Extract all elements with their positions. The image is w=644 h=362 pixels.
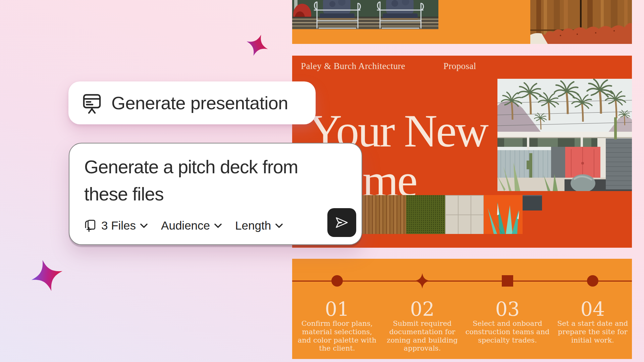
timeline-marker-square-3 bbox=[502, 275, 513, 287]
audience-dropdown[interactable]: Audience bbox=[161, 219, 222, 232]
prompt-text-line1: Generate a pitch deck from bbox=[84, 154, 298, 181]
wood-cabinet-sofa-photo bbox=[530, 0, 632, 44]
timeline-step-text: Set a start date and prepare the site fo… bbox=[550, 319, 635, 344]
files-dropdown-label: 3 Files bbox=[101, 219, 136, 232]
length-dropdown[interactable]: Length bbox=[235, 219, 283, 232]
sparkle-icon bbox=[30, 259, 64, 292]
slide-brand-text: Paley & Burch Architecture bbox=[301, 61, 405, 71]
material-swatch-agave-photo bbox=[484, 195, 523, 234]
audience-dropdown-label: Audience bbox=[161, 219, 210, 232]
slide-next-timeline: 01 02 03 04 Confirm floor plans, materia… bbox=[292, 259, 632, 359]
timeline-step-number: 03 bbox=[465, 298, 550, 320]
timeline-step-text: Confirm floor plans, material selections… bbox=[295, 319, 379, 353]
chevron-down-icon bbox=[275, 223, 283, 228]
prompt-text: Generate a pitch deck from these files bbox=[84, 154, 298, 208]
material-swatch-tile-panel bbox=[445, 195, 484, 234]
house-exterior-photo bbox=[497, 79, 632, 191]
interior-chairs-photo-art bbox=[292, 0, 438, 29]
length-dropdown-label: Length bbox=[235, 219, 271, 232]
generate-presentation-label: Generate presentation bbox=[111, 93, 288, 113]
material-swatch-stone bbox=[523, 195, 542, 210]
presentation-board-icon bbox=[81, 92, 103, 114]
prompt-card[interactable]: Generate a pitch deck from these files 3… bbox=[69, 143, 362, 245]
agave-art bbox=[484, 195, 523, 234]
send-button[interactable] bbox=[327, 208, 356, 237]
material-swatch-green-fabric bbox=[406, 195, 445, 234]
timeline-step-number: 01 bbox=[295, 298, 379, 320]
timeline-step-number: 04 bbox=[550, 298, 635, 320]
timeline-step-text: Submit required documentation for zoning… bbox=[380, 319, 465, 353]
send-icon bbox=[334, 215, 350, 230]
slide-doc-label: Proposal bbox=[443, 61, 476, 71]
house-exterior-photo-art bbox=[497, 79, 632, 191]
sparkle-icon bbox=[246, 34, 269, 57]
timeline-marker-circle-1 bbox=[331, 275, 343, 287]
timeline-step-number: 02 bbox=[380, 298, 465, 320]
timeline-axis bbox=[292, 281, 632, 282]
timeline-step-text: Select and onboard construction teams an… bbox=[465, 319, 550, 344]
generate-presentation-chip[interactable]: Generate presentation bbox=[68, 81, 316, 124]
prompt-text-line2: these files bbox=[84, 181, 298, 208]
interior-chairs-photo bbox=[292, 0, 438, 29]
timeline-marker-star-2 bbox=[415, 273, 430, 289]
wood-cabinet-sofa-photo-art bbox=[530, 0, 632, 44]
hero-canvas: Paley & Burch Architecture Proposal Your… bbox=[0, 0, 644, 362]
chevron-down-icon bbox=[214, 223, 222, 228]
chevron-down-icon bbox=[140, 223, 148, 228]
timeline-marker-circle-4 bbox=[587, 275, 598, 287]
files-dropdown[interactable]: 3 Files bbox=[84, 219, 148, 232]
prompt-controls: 3 Files Audience Length bbox=[84, 219, 283, 232]
add-files-icon bbox=[84, 219, 97, 232]
slide-previous-thumbnail bbox=[292, 0, 632, 44]
